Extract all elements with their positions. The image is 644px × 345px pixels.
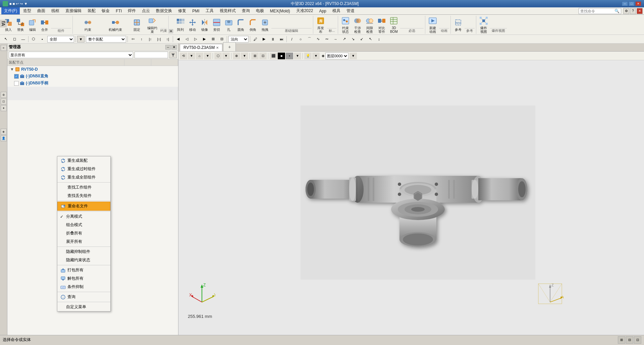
menu-direct-edit[interactable]: 直接编辑 — [63, 7, 84, 14]
wave2-icon[interactable]: ∾ — [323, 36, 330, 43]
viewport-tab-add[interactable]: + — [223, 42, 236, 51]
vp-cube[interactable]: ⬡ — [214, 53, 222, 59]
constraint-status-button[interactable]: 约束状态 — [340, 17, 351, 33]
fixed-button[interactable]: 固定 — [129, 17, 144, 33]
fillet-button[interactable]: 圆角 — [235, 17, 247, 33]
ctx-rename-file[interactable]: 重命名文件 — [57, 202, 110, 211]
circle-icon[interactable]: ○ — [297, 36, 304, 43]
menu-tianzun[interactable]: 天准2022 — [293, 7, 316, 14]
menu-file[interactable]: 文件(F) — [1, 7, 20, 14]
line-icon[interactable]: / — [288, 36, 296, 43]
edit-button[interactable]: 编辑 — [27, 17, 38, 33]
ctx-custom-menu[interactable]: 自定义菜单 — [57, 303, 110, 311]
lt-btn-6[interactable]: 👤 — [1, 135, 7, 141]
status-display-icon[interactable]: ⊡ — [634, 336, 641, 344]
menu-electrode[interactable]: 电极 — [253, 7, 267, 14]
vp-nav-2[interactable]: ▼ — [188, 53, 195, 59]
menu-tools[interactable]: 工具 — [203, 7, 216, 14]
opt-icon-11[interactable]: ⊟ — [218, 36, 225, 43]
vp-render2[interactable]: ▼ — [312, 53, 320, 59]
lt-btn-4[interactable]: ✦ — [1, 105, 7, 111]
ctx-combine-mode[interactable]: 组合模式 — [57, 221, 110, 229]
opt-icon-10[interactable]: ⊞ — [209, 36, 217, 43]
menu-wireframe[interactable]: 线框 — [49, 7, 62, 14]
tab-close-icon[interactable]: ✕ — [216, 46, 219, 50]
publish-button[interactable]: 库 库发布 — [315, 17, 326, 33]
drag-button[interactable]: 拖拽 — [259, 17, 271, 33]
hole-button[interactable]: 孔 — [223, 17, 234, 33]
manager-close-icon[interactable]: ✕ — [171, 45, 177, 50]
close-button[interactable]: ✕ — [635, 1, 641, 6]
show-all-select[interactable]: 显示所有 — [9, 52, 133, 58]
status-snap-icon[interactable]: ⊟ — [626, 336, 633, 344]
mirror-button[interactable]: 镜像 — [199, 17, 210, 33]
vp-view1[interactable]: ⊞ — [251, 53, 259, 59]
stop-icon[interactable]: ⏸ — [269, 36, 276, 43]
arrow2-icon[interactable]: ↗ — [340, 36, 348, 43]
draw-icon[interactable]: 🖊 — [252, 36, 259, 43]
ctx-regenerate-assembly[interactable]: 重生成装配 — [57, 156, 110, 165]
tree-item-2-checkbox[interactable] — [14, 81, 19, 86]
ctx-regenerate-outdated[interactable]: 重生成过时组件 — [57, 165, 110, 173]
merge-button[interactable]: 合并 — [39, 17, 50, 33]
manager-search-input[interactable] — [135, 52, 168, 58]
opt-icon-6[interactable]: ◀ — [174, 36, 182, 43]
constraint-button[interactable]: 约束 — [74, 17, 101, 33]
vp-home[interactable]: ⌂ — [196, 53, 203, 59]
layer-select[interactable]: 图层0000 — [325, 53, 348, 59]
menu-mold[interactable]: 模具 — [330, 7, 343, 14]
dash-icon[interactable]: — — [19, 36, 27, 43]
new-animation-button[interactable]: 新建动画 — [427, 17, 438, 33]
play-icon[interactable]: ▶ — [260, 36, 268, 43]
opt-icon-1[interactable]: ⇦ — [129, 36, 137, 43]
arrow1-icon[interactable]: → — [332, 36, 339, 43]
dot-icon[interactable]: • — [39, 36, 46, 43]
menu-weldment[interactable]: 焊件 — [125, 7, 139, 14]
ctx-query[interactable]: i 查询 — [57, 293, 110, 301]
clearance-button[interactable]: 间隙检查 — [364, 17, 375, 33]
status-grid-icon[interactable]: ⊞ — [618, 336, 625, 344]
interference-button[interactable]: 干涉检查 — [352, 17, 363, 33]
ctx-hide-suppressed[interactable]: 隐藏抑制组件 — [57, 248, 110, 256]
menu-surface[interactable]: 曲面 — [35, 7, 48, 14]
menu-exchange[interactable]: 数据交换 — [153, 7, 175, 14]
chamfer-button[interactable]: 倒角 — [247, 17, 259, 33]
lt-btn-1[interactable]: ≡ — [1, 45, 7, 51]
expand-icon[interactable]: ▤ — [169, 29, 173, 33]
maximize-button[interactable]: □ — [629, 1, 635, 6]
arrow3-icon[interactable]: ↘ — [349, 36, 357, 43]
tree-item-1-checkbox[interactable]: ✓ — [14, 74, 19, 79]
step-icon[interactable]: ⏭ — [278, 36, 285, 43]
arr5-icon[interactable]: ↖ — [367, 36, 374, 43]
arr6-icon[interactable]: ↕ — [375, 36, 383, 43]
menu-model[interactable]: 造型 — [20, 7, 34, 14]
lt-btn-2[interactable]: ⊕ — [1, 92, 7, 98]
opt-icon-5[interactable]: ↑| — [164, 36, 171, 43]
explode-button[interactable]: 爆炸视图 — [478, 17, 489, 33]
help-icon[interactable]: ? — [630, 8, 636, 14]
ctx-collapse-all[interactable]: 折叠所有 — [57, 229, 110, 237]
opt-icon-3[interactable]: |↑ — [147, 36, 154, 43]
all-select[interactable]: 全部 — [47, 36, 74, 43]
manager-min-icon[interactable]: ─ — [165, 45, 171, 50]
search-input[interactable] — [580, 9, 614, 13]
menu-pmi[interactable]: PMI — [190, 8, 202, 14]
vp-display1[interactable]: ⊕ — [233, 53, 240, 59]
constraint-expand[interactable]: ▤ — [169, 16, 173, 34]
menu-pointcloud[interactable]: 点云 — [139, 7, 153, 14]
viewport-canvas[interactable]: Z Y X Z Y — [178, 60, 644, 335]
viewport-tab-main[interactable]: RVT50-D.Z3ASM ✕ — [180, 44, 222, 51]
filter-icon[interactable]: ▼ — [77, 36, 85, 43]
opt-icon-8[interactable]: ▷ — [192, 36, 199, 43]
ctx-detach-mode[interactable]: ✓ 分离模式 — [57, 212, 110, 221]
tree-item-1[interactable]: ✓ (-)DN50直角 — [7, 73, 178, 80]
ctx-find-missing[interactable]: 查找丢失组件 — [57, 192, 110, 200]
vp-nav-3[interactable]: ▼ — [204, 53, 211, 59]
layer-expand[interactable]: ▼ — [350, 53, 357, 59]
ctx-regenerate-all[interactable]: 重生成全部组件 — [57, 173, 110, 182]
menu-mex[interactable]: MEX(Mold) — [267, 8, 293, 14]
lt-btn-5[interactable]: ◈ — [1, 129, 7, 135]
replace-button[interactable]: 替换 — [15, 17, 26, 33]
mech-constraint-button[interactable]: 机械约束 — [102, 17, 129, 33]
menu-query[interactable]: 查询 — [239, 7, 253, 14]
